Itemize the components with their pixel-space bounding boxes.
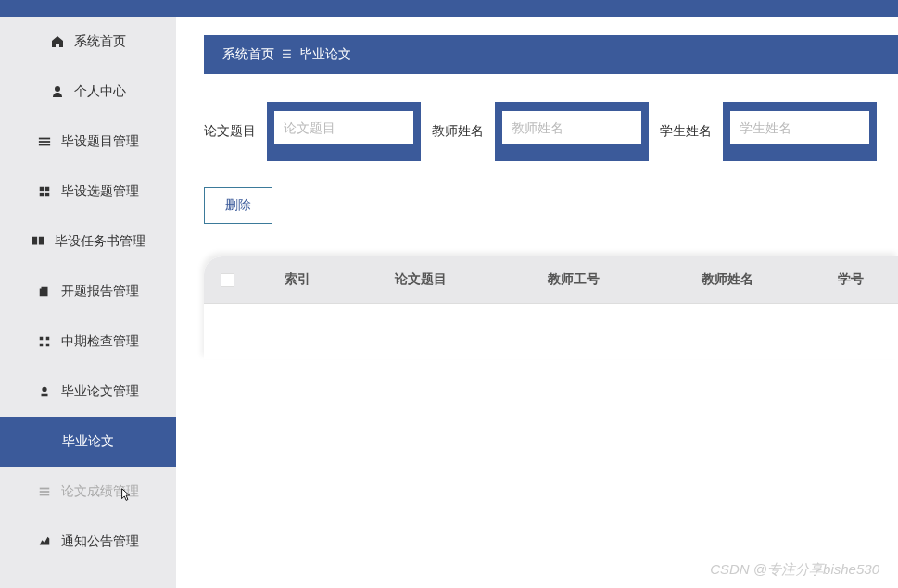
sidebar-item-label: 论文成绩管理 bbox=[61, 483, 139, 500]
svg-rect-17 bbox=[40, 491, 50, 493]
table-header-row: 索引 论文题目 教师工号 教师姓名 学号 bbox=[204, 256, 898, 304]
sidebar-item-label: 毕设题目管理 bbox=[61, 133, 139, 150]
home-icon bbox=[50, 34, 65, 49]
table-header-checkbox[interactable] bbox=[204, 256, 250, 304]
svg-rect-12 bbox=[40, 344, 44, 347]
table-icon bbox=[37, 484, 52, 499]
sidebar-item-label: 毕设任务书管理 bbox=[55, 233, 145, 250]
delete-button[interactable]: 删除 bbox=[204, 187, 272, 224]
svg-rect-15 bbox=[42, 394, 48, 397]
table-empty-row bbox=[204, 304, 898, 359]
sidebar-item-thesis[interactable]: 毕业论文 bbox=[0, 417, 176, 467]
user-icon bbox=[37, 384, 52, 399]
search-input-student[interactable] bbox=[730, 111, 869, 144]
sidebar-item-thesis-mgmt[interactable]: 毕业论文管理 bbox=[0, 367, 176, 417]
breadcrumb-current: 毕业论文 bbox=[299, 46, 351, 63]
sidebar-item-open-report[interactable]: 开题报告管理 bbox=[0, 267, 176, 317]
svg-rect-18 bbox=[40, 494, 50, 496]
svg-point-14 bbox=[42, 387, 46, 392]
svg-rect-8 bbox=[32, 237, 37, 245]
table-header-teacher-name: 教师姓名 bbox=[651, 256, 804, 304]
svg-rect-13 bbox=[46, 344, 50, 347]
svg-rect-1 bbox=[39, 138, 50, 140]
sidebar-item-profile[interactable]: 个人中心 bbox=[0, 67, 176, 117]
search-input-title[interactable] bbox=[274, 111, 413, 144]
search-label-teacher: 教师姓名 bbox=[432, 123, 484, 140]
sidebar-item-midcheck[interactable]: 中期检查管理 bbox=[0, 317, 176, 367]
chart-icon bbox=[37, 534, 52, 549]
sidebar: 系统首页 个人中心 毕设题目管理 毕设选题管理 毕设任务书管理 bbox=[0, 17, 176, 588]
watermark: CSDN @专注分享bishe530 bbox=[710, 561, 879, 579]
sidebar-item-task[interactable]: 毕设任务书管理 bbox=[0, 217, 176, 267]
table-header-index: 索引 bbox=[250, 256, 344, 304]
svg-rect-3 bbox=[39, 144, 50, 146]
svg-rect-9 bbox=[39, 237, 44, 245]
svg-rect-4 bbox=[40, 187, 44, 191]
sidebar-item-notice[interactable]: 通知公告管理 bbox=[0, 517, 176, 567]
sidebar-item-label: 毕设选题管理 bbox=[61, 183, 139, 200]
clipboard-icon bbox=[31, 234, 45, 249]
table-header-teacher-id: 教师工号 bbox=[498, 256, 651, 304]
search-area: 论文题目 教师姓名 学生姓名 bbox=[204, 102, 898, 161]
sidebar-item-label: 开题报告管理 bbox=[61, 283, 139, 300]
data-table: 索引 论文题目 教师工号 教师姓名 学号 bbox=[204, 256, 898, 359]
select-all-checkbox[interactable] bbox=[221, 273, 234, 287]
svg-point-0 bbox=[55, 86, 60, 92]
search-label-title: 论文题目 bbox=[204, 123, 256, 140]
breadcrumb-sep-icon: ☰ bbox=[282, 48, 292, 61]
sidebar-item-label: 毕业论文管理 bbox=[61, 383, 139, 400]
sidebar-item-grade[interactable]: 论文成绩管理 bbox=[0, 467, 176, 517]
person-icon bbox=[50, 84, 65, 99]
svg-rect-5 bbox=[45, 187, 49, 191]
svg-rect-2 bbox=[39, 141, 50, 143]
svg-rect-6 bbox=[40, 193, 44, 196]
sidebar-item-topic[interactable]: 毕设题目管理 bbox=[0, 117, 176, 167]
svg-rect-16 bbox=[40, 488, 50, 490]
table-wrap: 索引 论文题目 教师工号 教师姓名 学号 bbox=[204, 256, 898, 359]
table-header-student-id: 学号 bbox=[804, 256, 898, 304]
svg-rect-10 bbox=[40, 337, 44, 341]
breadcrumb-home[interactable]: 系统首页 bbox=[222, 46, 274, 63]
action-area: 删除 bbox=[204, 187, 898, 224]
main-content: 系统首页 ☰ 毕业论文 论文题目 教师姓名 学生姓名 删除 bbox=[176, 17, 898, 588]
sidebar-item-label: 系统首页 bbox=[74, 33, 126, 50]
breadcrumb: 系统首页 ☰ 毕业论文 bbox=[204, 35, 898, 74]
menu-icon bbox=[37, 134, 52, 149]
check-icon bbox=[37, 334, 52, 349]
svg-rect-11 bbox=[46, 337, 50, 341]
search-label-student: 学生姓名 bbox=[660, 123, 712, 140]
sidebar-item-label: 个人中心 bbox=[74, 83, 126, 100]
sidebar-item-label: 毕业论文 bbox=[62, 433, 114, 450]
grid-icon bbox=[37, 184, 52, 199]
svg-rect-7 bbox=[45, 193, 49, 196]
search-input-teacher[interactable] bbox=[502, 111, 641, 144]
sidebar-item-label: 中期检查管理 bbox=[61, 333, 139, 350]
sidebar-item-select[interactable]: 毕设选题管理 bbox=[0, 167, 176, 217]
sidebar-item-home[interactable]: 系统首页 bbox=[0, 17, 176, 67]
table-header-title: 论文题目 bbox=[344, 256, 498, 304]
report-icon bbox=[37, 284, 52, 299]
sidebar-item-label: 通知公告管理 bbox=[61, 533, 139, 550]
